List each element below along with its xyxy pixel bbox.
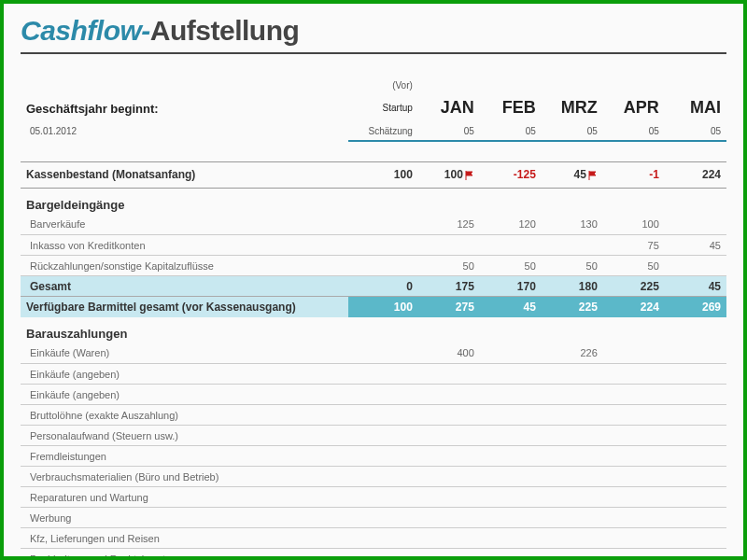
cell[interactable]	[348, 467, 418, 487]
cell[interactable]	[480, 235, 542, 256]
cell[interactable]	[665, 426, 726, 446]
cell[interactable]	[603, 446, 665, 467]
cell[interactable]	[603, 405, 665, 426]
cell[interactable]	[542, 528, 603, 549]
cell[interactable]	[480, 343, 542, 364]
cell[interactable]	[480, 528, 542, 549]
cell[interactable]: 269	[665, 297, 726, 317]
cell[interactable]	[542, 446, 603, 467]
cell[interactable]	[665, 405, 726, 426]
cell[interactable]	[665, 487, 726, 508]
cell[interactable]	[348, 343, 418, 364]
cell[interactable]	[665, 467, 726, 487]
cell[interactable]: 225	[542, 297, 603, 317]
cell[interactable]: 45	[480, 297, 542, 317]
cell[interactable]: 170	[480, 276, 542, 297]
cell[interactable]	[542, 487, 603, 508]
cell[interactable]	[480, 508, 542, 528]
cell[interactable]	[665, 343, 726, 364]
cell[interactable]: 0	[348, 276, 418, 297]
cell[interactable]	[480, 385, 542, 405]
cell[interactable]: 224	[603, 297, 665, 317]
cell[interactable]: 224	[665, 161, 726, 188]
cell[interactable]	[348, 426, 418, 446]
cell[interactable]	[418, 528, 480, 549]
cell[interactable]: 50	[418, 256, 480, 276]
cell[interactable]: 50	[480, 256, 542, 276]
cell[interactable]: 50	[542, 256, 603, 276]
cell[interactable]	[603, 528, 665, 549]
cell[interactable]: 225	[603, 276, 665, 297]
cell[interactable]	[348, 508, 418, 528]
cell[interactable]	[603, 426, 665, 446]
cell[interactable]: 75	[603, 235, 665, 256]
cell[interactable]	[480, 405, 542, 426]
cell[interactable]	[480, 426, 542, 446]
cell[interactable]: 45	[542, 161, 603, 188]
cell[interactable]	[418, 467, 480, 487]
cell[interactable]	[665, 385, 726, 405]
cell[interactable]	[542, 426, 603, 446]
cell[interactable]: 125	[418, 215, 480, 235]
cell[interactable]	[418, 549, 480, 561]
cell[interactable]	[665, 215, 726, 235]
cell[interactable]	[348, 235, 418, 256]
cell[interactable]: 100	[348, 297, 418, 317]
cell[interactable]	[603, 364, 665, 385]
cell[interactable]	[418, 364, 480, 385]
cell[interactable]: 100	[603, 215, 665, 235]
cell[interactable]	[542, 405, 603, 426]
cell[interactable]: 275	[418, 297, 480, 317]
cell[interactable]	[665, 364, 726, 385]
cell[interactable]	[603, 549, 665, 561]
cell[interactable]	[542, 467, 603, 487]
cell[interactable]	[480, 549, 542, 561]
cell[interactable]	[542, 235, 603, 256]
cell[interactable]	[603, 343, 665, 364]
cell[interactable]	[665, 446, 726, 467]
cell[interactable]	[480, 446, 542, 467]
cell[interactable]: 400	[418, 343, 480, 364]
cell[interactable]	[348, 528, 418, 549]
cell[interactable]	[603, 467, 665, 487]
cell[interactable]	[348, 446, 418, 467]
cell[interactable]: 180	[542, 276, 603, 297]
cell[interactable]	[665, 508, 726, 528]
cell[interactable]	[665, 549, 726, 561]
cell[interactable]	[418, 405, 480, 426]
cell[interactable]: -125	[480, 161, 542, 188]
cell[interactable]	[348, 405, 418, 426]
cell[interactable]	[542, 385, 603, 405]
cell[interactable]: 226	[542, 343, 603, 364]
cell[interactable]	[348, 549, 418, 561]
cell[interactable]	[418, 235, 480, 256]
cell[interactable]: 130	[542, 215, 603, 235]
cell[interactable]: 100	[418, 161, 480, 188]
cell[interactable]	[418, 446, 480, 467]
cell[interactable]	[603, 487, 665, 508]
cell[interactable]	[542, 364, 603, 385]
cell[interactable]	[418, 426, 480, 446]
cell[interactable]	[348, 385, 418, 405]
cell[interactable]	[348, 487, 418, 508]
cell[interactable]	[480, 364, 542, 385]
cell[interactable]	[480, 487, 542, 508]
cell[interactable]	[603, 508, 665, 528]
cell[interactable]	[418, 487, 480, 508]
cell[interactable]: 100	[348, 161, 418, 188]
cell[interactable]	[418, 385, 480, 405]
cell[interactable]: 50	[603, 256, 665, 276]
cell[interactable]	[542, 508, 603, 528]
cell[interactable]	[665, 256, 726, 276]
cell[interactable]	[542, 549, 603, 561]
cell[interactable]	[348, 215, 418, 235]
cell[interactable]: 175	[418, 276, 480, 297]
cell[interactable]	[348, 256, 418, 276]
cell[interactable]: 120	[480, 215, 542, 235]
cell[interactable]: -1	[603, 161, 665, 188]
cell[interactable]	[480, 467, 542, 487]
cell[interactable]: 45	[665, 235, 726, 256]
cell[interactable]: 45	[665, 276, 726, 297]
cell[interactable]	[418, 508, 480, 528]
cell[interactable]	[665, 528, 726, 549]
